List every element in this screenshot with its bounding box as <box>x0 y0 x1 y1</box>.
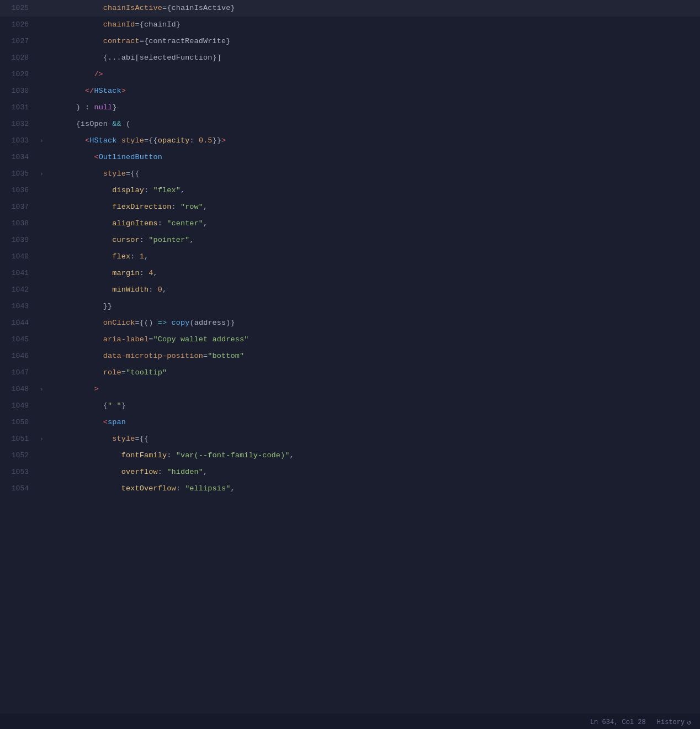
collapse-arrow-icon[interactable]: › <box>40 166 49 182</box>
token: , <box>144 252 149 261</box>
token <box>49 219 112 228</box>
token: , <box>231 484 235 493</box>
code-line: 1025 chainIsActive={chainIsActive} <box>0 0 700 17</box>
token: 1 <box>140 252 144 261</box>
line-content: textOverflow: "ellipsis", <box>49 480 700 497</box>
line-content: > <box>49 381 700 398</box>
token: } <box>112 103 116 112</box>
line-content: margin: 4, <box>49 265 700 282</box>
line-content: onClick={() => copy(address)} <box>49 315 700 331</box>
code-line: 1034 <OutlinedButton <box>0 149 700 166</box>
token: 0.5 <box>199 136 213 145</box>
token: role <box>103 368 121 377</box>
code-line: 1029 /> <box>0 66 700 83</box>
token: "tooltip" <box>126 368 167 377</box>
collapse-arrow-icon <box>40 33 49 50</box>
line-number: 1050 <box>0 414 40 431</box>
token: = <box>121 368 126 377</box>
code-line: 1027 contract={contractReadWrite} <box>0 33 700 50</box>
line-content: role="tooltip" <box>49 364 700 381</box>
token: textOverflow <box>121 484 176 493</box>
collapse-arrow-icon <box>40 50 49 66</box>
token <box>49 402 103 410</box>
token: chainIsActive <box>103 4 162 12</box>
token <box>176 203 181 211</box>
line-number: 1025 <box>0 0 40 17</box>
code-line: 1054 textOverflow: "ellipsis", <box>0 480 700 497</box>
collapse-arrow-icon <box>40 66 49 83</box>
line-content: fontFamily: "var(--font-family-code)", <box>49 447 700 464</box>
collapse-arrow-icon <box>40 17 49 33</box>
token: { <box>144 37 149 45</box>
token: }} <box>213 136 221 145</box>
line-content: ) : null} <box>49 99 700 116</box>
token: "pointer" <box>149 236 189 244</box>
line-number: 1039 <box>0 232 40 249</box>
token: = <box>144 136 149 145</box>
line-number: 1040 <box>0 249 40 265</box>
token: {{ <box>130 170 139 178</box>
code-line: 1048› > <box>0 381 700 398</box>
token <box>171 451 176 459</box>
line-content: data-microtip-position="bottom" <box>49 348 700 364</box>
token <box>49 4 103 12</box>
token: ) <box>226 319 230 327</box>
token: , <box>162 286 167 294</box>
history-item[interactable]: History ↺ <box>657 718 691 727</box>
token: : <box>171 203 176 211</box>
token: isOpen <box>81 120 108 128</box>
token: } <box>231 4 235 12</box>
token: && <box>112 120 121 128</box>
line-content: <span <box>49 414 700 431</box>
collapse-arrow-icon <box>40 0 49 17</box>
line-content: display: "flex", <box>49 182 700 199</box>
code-line: 1039 cursor: "pointer", <box>0 232 700 249</box>
token <box>49 286 112 294</box>
token: alignItems <box>112 219 157 228</box>
line-number: 1030 <box>0 83 40 99</box>
token: [ <box>135 54 140 62</box>
line-number: 1033 <box>0 133 40 149</box>
code-area[interactable]: 1025 chainIsActive={chainIsActive}1026 c… <box>0 0 700 715</box>
token: , <box>189 236 194 244</box>
token: ( <box>189 319 194 327</box>
token: < <box>94 153 98 161</box>
token: () <box>144 319 153 327</box>
token: chainIsActive <box>171 4 230 12</box>
line-content: }} <box>49 298 700 315</box>
line-number: 1044 <box>0 315 40 331</box>
collapse-arrow-icon[interactable]: › <box>40 133 49 149</box>
line-number: 1047 <box>0 364 40 381</box>
line-content: <HStack style={{opacity: 0.5}}> <box>49 133 700 149</box>
line-number: 1032 <box>0 116 40 133</box>
token: , <box>203 203 208 211</box>
code-line: 1044 onClick={() => copy(address)} <box>0 315 700 331</box>
line-number: 1051 <box>0 431 40 447</box>
line-content: flexDirection: "row", <box>49 199 700 215</box>
line-number: 1028 <box>0 50 40 66</box>
code-line: 1037 flexDirection: "row", <box>0 199 700 215</box>
token <box>153 286 157 294</box>
token <box>181 484 185 493</box>
collapse-arrow-icon[interactable]: › <box>40 381 49 398</box>
token: ) <box>76 103 80 112</box>
token: onClick <box>103 319 135 327</box>
collapse-arrow-icon[interactable]: › <box>40 431 49 447</box>
token: < <box>103 418 108 426</box>
token: , <box>181 186 185 194</box>
line-content: {isOpen && ( <box>49 116 700 133</box>
collapse-arrow-icon <box>40 348 49 364</box>
line-content: minWidth: 0, <box>49 282 700 298</box>
token: = <box>135 20 140 29</box>
token: {{ <box>149 136 157 145</box>
line-number: 1026 <box>0 17 40 33</box>
token <box>49 103 76 112</box>
token: contractReadWrite <box>149 37 226 45</box>
token: { <box>103 54 108 62</box>
token <box>49 319 103 327</box>
code-line: 1051› style={{ <box>0 431 700 447</box>
token: < <box>85 136 89 145</box>
token: "var(--font-family-code)" <box>176 451 290 459</box>
line-content: style={{ <box>49 166 700 182</box>
line-number: 1038 <box>0 215 40 232</box>
